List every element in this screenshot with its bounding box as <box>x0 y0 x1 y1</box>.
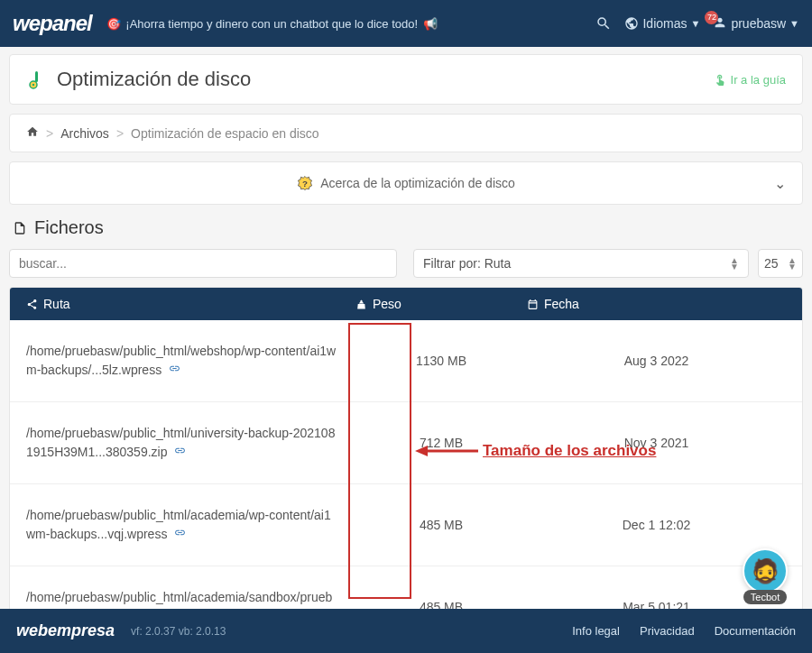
pagesize-value: 25 <box>764 256 779 271</box>
link-icon[interactable] <box>174 445 186 459</box>
disk-optimizer-icon <box>26 69 48 90</box>
target-icon: 🎯 <box>106 17 121 31</box>
breadcrumb-files[interactable]: Archivos <box>60 126 109 141</box>
chatbot-label: Tecbot <box>743 590 787 604</box>
filter-select[interactable]: Filtrar por: Ruta ▲▼ <box>413 249 749 278</box>
page-title: Optimización de disco <box>57 68 251 91</box>
footer-links: Info legal Privacidad Documentación <box>572 624 796 638</box>
col-path[interactable]: Ruta <box>26 297 355 311</box>
weight-icon <box>355 299 367 310</box>
cell-path: /home/pruebasw/public_html/university-ba… <box>26 424 355 462</box>
cell-date: Aug 3 2022 <box>527 354 786 368</box>
breadcrumb-separator: > <box>116 126 124 141</box>
search-input[interactable] <box>9 249 397 278</box>
footer-link-privacy[interactable]: Privacidad <box>640 624 695 638</box>
cell-path: /home/pruebasw/public_html/academia/wp-c… <box>26 506 355 544</box>
files-table: Ruta Peso Fecha /home/pruebasw/public_ht… <box>9 287 803 648</box>
footer: webempresa vf: 2.0.37 vb: 2.0.13 Info le… <box>0 609 812 653</box>
hand-point-icon <box>714 73 726 86</box>
tagline: 🎯 ¡Ahorra tiempo y dinero con un chatbot… <box>105 17 596 31</box>
cell-path: /home/pruebasw/public_html/webshop/wp-co… <box>26 342 355 380</box>
notification-badge: 72 <box>705 11 718 24</box>
globe-icon <box>624 16 639 31</box>
breadcrumb-separator: > <box>46 126 53 141</box>
breadcrumb-current: Optimización de espacio en disco <box>131 126 319 141</box>
footer-version: vf: 2.0.37 vb: 2.0.13 <box>131 625 572 638</box>
table-body: /home/pruebasw/public_html/webshop/wp-co… <box>10 320 802 648</box>
table-controls: Filtrar por: Ruta ▲▼ 25 ▲▼ <box>9 249 803 278</box>
link-icon[interactable] <box>169 363 180 377</box>
chatbot-avatar-icon: 🧔 <box>743 548 788 593</box>
question-icon: ? <box>297 175 313 191</box>
svg-rect-1 <box>35 71 38 82</box>
cell-weight: 1130 MB <box>355 354 527 368</box>
search-button[interactable] <box>595 15 612 32</box>
megaphone-icon: 📢 <box>423 17 438 31</box>
language-selector[interactable]: Idiomas ▼ <box>624 16 700 31</box>
pagesize-select[interactable]: 25 ▲▼ <box>758 249 803 278</box>
table-row[interactable]: /home/pruebasw/public_html/webshop/wp-co… <box>10 320 802 402</box>
page-title-card: Optimización de disco Ir a la guía <box>9 54 803 105</box>
accordion-header: ? Acerca de la optimización de disco <box>297 175 515 191</box>
share-nodes-icon <box>26 299 38 310</box>
cell-date: Dec 1 12:02 <box>527 518 786 532</box>
guide-link-label: Ir a la guía <box>731 73 786 87</box>
guide-link[interactable]: Ir a la guía <box>714 73 786 87</box>
col-weight-label: Peso <box>373 297 401 311</box>
table-row[interactable]: /home/pruebasw/public_html/university-ba… <box>10 402 802 484</box>
annotation-label: Tamaño de los archivos <box>483 442 656 460</box>
user-menu[interactable]: 72 pruebasw ▼ <box>713 15 799 32</box>
top-navbar: wepanel 🎯 ¡Ahorra tiempo y dinero con un… <box>0 0 812 47</box>
search-icon <box>595 15 612 32</box>
search-box <box>9 249 397 278</box>
brand-logo: wepanel <box>13 11 92 36</box>
col-date[interactable]: Fecha <box>527 297 786 311</box>
home-icon[interactable] <box>26 125 39 141</box>
col-path-label: Ruta <box>43 297 70 311</box>
filter-group: Filtrar por: Ruta ▲▼ 25 ▲▼ <box>413 249 803 278</box>
filter-select-label: Filtrar por: Ruta <box>423 256 511 271</box>
tagline-text: ¡Ahorra tiempo y dinero con un chatbot q… <box>125 17 418 31</box>
top-right-group: Idiomas ▼ 72 pruebasw ▼ <box>595 15 799 32</box>
page-title-left: Optimización de disco <box>26 68 714 91</box>
chevron-down-icon: ▼ <box>789 18 799 29</box>
chevron-down-icon: ⌄ <box>774 175 786 192</box>
section-title-files: Ficheros <box>9 214 803 249</box>
sort-caret-icon: ▲▼ <box>788 257 797 270</box>
col-date-label: Fecha <box>544 297 579 311</box>
language-label: Idiomas <box>642 16 687 31</box>
section-title-text: Ficheros <box>34 217 104 238</box>
user-icon: 72 <box>713 15 727 32</box>
username-label: pruebasw <box>731 16 786 31</box>
footer-link-docs[interactable]: Documentación <box>715 624 796 638</box>
main-content: Optimización de disco Ir a la guía > Arc… <box>0 47 812 648</box>
chevron-down-icon: ▼ <box>691 18 701 29</box>
footer-link-legal[interactable]: Info legal <box>572 624 620 638</box>
file-icon <box>13 221 27 235</box>
svg-point-2 <box>32 84 34 86</box>
accordion-title-text: Acerca de la optimización de disco <box>320 176 515 190</box>
table-header: Ruta Peso Fecha <box>10 288 802 320</box>
about-accordion[interactable]: ? Acerca de la optimización de disco ⌄ <box>9 161 803 205</box>
footer-brand: webempresa <box>16 621 115 640</box>
cell-weight: 485 MB <box>355 518 527 532</box>
svg-text:?: ? <box>302 179 308 189</box>
calendar-icon <box>527 299 539 310</box>
col-weight[interactable]: Peso <box>355 297 527 311</box>
link-icon[interactable] <box>174 527 186 541</box>
chatbot-widget[interactable]: 🧔 Tecbot <box>740 548 790 613</box>
breadcrumb: > Archivos > Optimización de espacio en … <box>9 114 803 152</box>
sort-caret-icon: ▲▼ <box>730 257 739 270</box>
table-row[interactable]: /home/pruebasw/public_html/academia/wp-c… <box>10 484 802 566</box>
